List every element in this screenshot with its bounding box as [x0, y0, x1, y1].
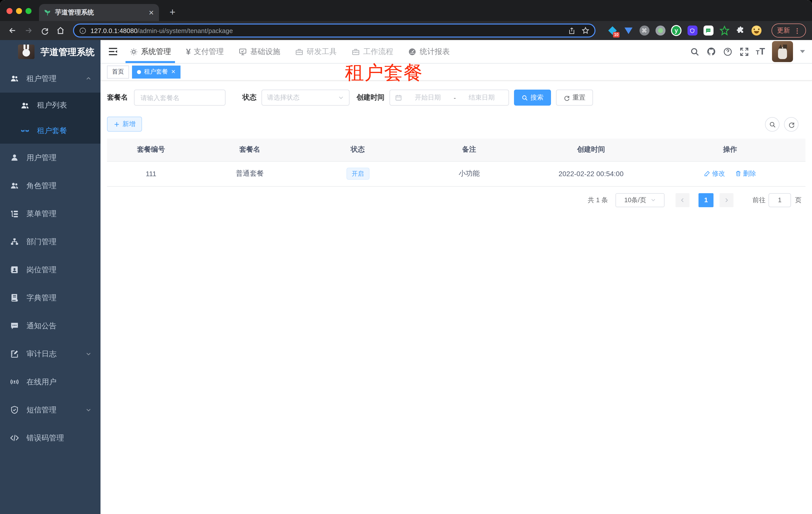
content: 套餐名 状态 请选择状态 创建时间 开始日期 - 结束日期	[100, 81, 812, 207]
create-time-label: 创建时间	[356, 93, 384, 102]
sidebar-item-online-users[interactable]: 在线用户	[0, 368, 100, 396]
sidebar: 芋道管理系统 租户管理 租户列表 租户套餐	[0, 40, 100, 514]
sidebar-item-notice[interactable]: 通知公告	[0, 312, 100, 340]
table-search-toggle-button[interactable]	[765, 117, 780, 132]
avatar[interactable]	[772, 41, 793, 62]
fullscreen-icon[interactable]	[739, 47, 749, 56]
tab-statistics-report[interactable]: 统计报表	[408, 40, 450, 63]
sidebar-item-user-management[interactable]: 用户管理	[0, 144, 100, 172]
tag-label: 首页	[112, 67, 124, 76]
tenant-package-icon	[21, 126, 29, 135]
top-nav-label: 基础设施	[250, 47, 280, 56]
sidebar-item-label: 岗位管理	[27, 265, 57, 274]
close-window-button[interactable]	[6, 8, 12, 14]
extension-icon-10[interactable]	[751, 23, 761, 38]
sidebar-item-tenant-package[interactable]: 租户套餐	[0, 118, 100, 144]
sidebar-item-label: 在线用户	[27, 377, 57, 387]
status-select[interactable]: 请选择状态	[261, 89, 349, 106]
tag-tenant-package[interactable]: 租户套餐 ✕	[132, 65, 180, 78]
minimize-window-button[interactable]	[16, 8, 22, 14]
add-button-label: 新增	[122, 119, 136, 129]
next-page-button[interactable]	[720, 193, 733, 207]
sidebar-item-tenant-management[interactable]: 租户管理	[0, 64, 100, 92]
tab-infrastructure[interactable]: 基础设施	[239, 40, 280, 63]
reset-button[interactable]: 重置	[556, 89, 593, 106]
header-create-time: 创建时间	[527, 139, 655, 161]
prev-page-button[interactable]	[675, 193, 690, 207]
package-name-input[interactable]	[134, 89, 226, 106]
avatar-caret-icon[interactable]	[800, 50, 805, 53]
add-button[interactable]: 新增	[107, 117, 142, 132]
sidebar-logo-row[interactable]: 芋道管理系统	[0, 40, 100, 63]
home-button[interactable]	[54, 24, 67, 37]
browser-menu-icon[interactable]: ⋮	[794, 27, 801, 34]
header-package-id: 套餐编号	[107, 139, 195, 161]
tab-system-management[interactable]: 系统管理	[129, 40, 171, 63]
github-icon[interactable]	[706, 47, 716, 56]
extension-icon-8[interactable]	[719, 23, 729, 38]
gear-icon	[129, 47, 138, 56]
goto-page-input[interactable]	[768, 193, 791, 207]
page-size-select[interactable]: 10条/页	[615, 193, 665, 207]
help-icon[interactable]	[723, 47, 732, 56]
extension-icon-1[interactable]: 10	[607, 23, 617, 38]
chrome-update-button[interactable]: 更新 ⋮	[772, 24, 806, 37]
browser-tab[interactable]: 芋道管理系统 ✕	[39, 4, 159, 21]
table-refresh-button[interactable]	[784, 117, 799, 132]
tag-home[interactable]: 首页	[107, 65, 129, 78]
extension-icon-6[interactable]	[687, 23, 697, 38]
cell-status: 开启	[305, 161, 411, 186]
back-button[interactable]	[6, 24, 19, 37]
extension-icon-9[interactable]	[735, 23, 746, 38]
app-header: 系统管理 ¥ 支付管理 基础设施 研发工具	[100, 40, 812, 63]
delete-link[interactable]: 删除	[735, 169, 756, 178]
page-number-1[interactable]: 1	[698, 193, 714, 207]
tab-workflow[interactable]: 工作流程	[352, 40, 393, 63]
create-time-range-picker[interactable]: 开始日期 - 结束日期	[389, 89, 509, 106]
tag-close-icon[interactable]: ✕	[171, 69, 175, 75]
new-tab-button[interactable]: +	[166, 5, 179, 19]
site-info-icon[interactable]	[79, 27, 87, 34]
extension-icon-4[interactable]	[655, 23, 666, 38]
sidebar-item-label: 用户管理	[27, 153, 57, 162]
edit-link[interactable]: 修改	[704, 169, 725, 178]
share-icon[interactable]	[568, 27, 576, 34]
tab-payment-management[interactable]: ¥ 支付管理	[186, 40, 224, 63]
tab-close-icon[interactable]: ✕	[148, 9, 154, 16]
sidebar-item-sms-management[interactable]: 短信管理	[0, 396, 100, 424]
tab-dev-tools[interactable]: 研发工具	[295, 40, 337, 63]
sidebar-item-dept-management[interactable]: 部门管理	[0, 228, 100, 256]
peoples-icon	[10, 181, 19, 190]
tenant-submenu: 租户列表 租户套餐	[0, 92, 100, 144]
browser-tabstrip: 芋道管理系统 ✕ +	[0, 0, 812, 21]
font-size-icon[interactable]: TT	[756, 47, 765, 56]
active-dot	[137, 70, 141, 74]
sidebar-item-post-management[interactable]: 岗位管理	[0, 256, 100, 284]
goto-label: 前往	[753, 195, 765, 205]
maximize-window-button[interactable]	[26, 8, 31, 14]
sidebar-item-dict-management[interactable]: 字典管理	[0, 284, 100, 312]
sidebar-item-menu-management[interactable]: 菜单管理	[0, 200, 100, 228]
sidebar-item-label: 菜单管理	[27, 209, 57, 218]
sidebar-item-error-code[interactable]: 错误码管理	[0, 424, 100, 452]
sidebar-item-role-management[interactable]: 角色管理	[0, 172, 100, 200]
extension-icon-7[interactable]	[703, 23, 714, 38]
forward-button[interactable]	[22, 24, 35, 37]
browser-window: 芋道管理系统 ✕ + 127.0.0.1:48080/admin-ui/syst…	[0, 0, 812, 514]
extension-icon-3[interactable]: ⌘	[639, 23, 649, 38]
sidebar-item-audit-log[interactable]: 审计日志	[0, 340, 100, 368]
sidebar-item-tenant-list[interactable]: 租户列表	[0, 92, 100, 118]
reload-button[interactable]	[38, 24, 51, 37]
search-button[interactable]: 搜索	[514, 89, 551, 106]
url-bar[interactable]: 127.0.0.1:48080/admin-ui/system/tenant/p…	[73, 24, 596, 37]
peoples-icon	[21, 101, 29, 110]
sidebar-item-label: 审计日志	[27, 349, 57, 359]
sidebar-collapse-icon[interactable]	[108, 46, 118, 57]
top-nav-label: 研发工具	[307, 47, 337, 56]
org-tree-icon	[10, 237, 19, 246]
search-icon[interactable]	[690, 47, 699, 56]
extension-icon-5[interactable]: y	[671, 23, 682, 38]
extension-icon-2[interactable]	[623, 23, 634, 38]
bookmark-star-icon[interactable]	[581, 27, 589, 34]
sidebar-item-label: 租户管理	[27, 74, 57, 83]
